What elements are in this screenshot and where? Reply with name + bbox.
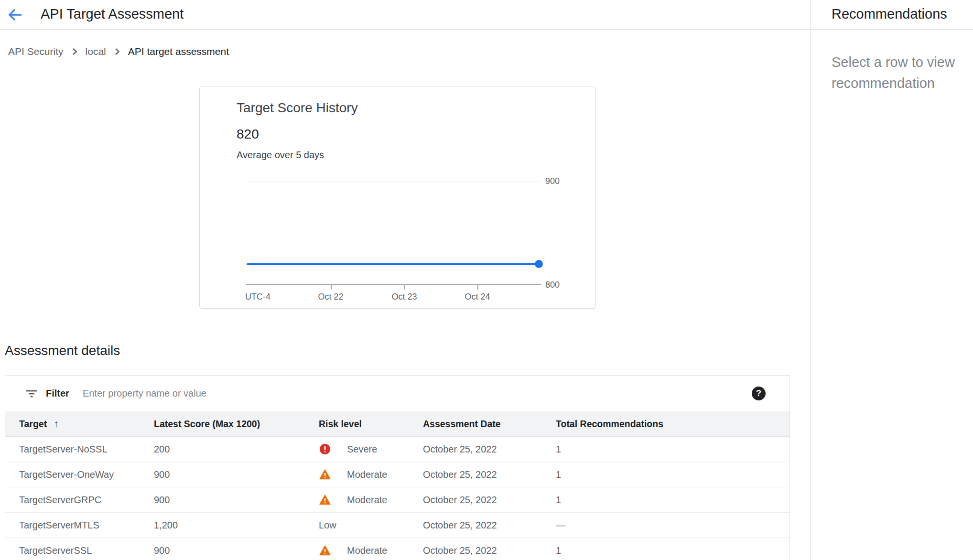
total-recommendations: 1 — [556, 495, 789, 506]
breadcrumb-api-security[interactable]: API Security — [8, 46, 64, 57]
y-axis-tick-800: 800 — [545, 280, 560, 290]
score-line-series — [247, 263, 539, 265]
total-recommendations: 1 — [556, 469, 789, 480]
right-panel-divider — [810, 0, 811, 560]
latest-score: 900 — [154, 495, 319, 506]
risk-level-cell: Moderate — [319, 469, 423, 480]
target-name: TargetServerMTLS — [19, 520, 154, 531]
risk-level-cell: Moderate — [319, 545, 423, 556]
total-recommendations: 1 — [556, 444, 789, 455]
total-recommendations: — — [556, 520, 789, 531]
breadcrumb: API Security local API target assessment — [8, 44, 229, 59]
target-name: TargetServerGRPC — [19, 495, 154, 506]
gridline-900 — [247, 182, 541, 182]
target-name: TargetServerSSL — [19, 545, 154, 556]
api-target-assessment-page: API Target Assessment Recommendations Se… — [0, 0, 973, 560]
target-name: TargetServer-NoSSL — [19, 444, 154, 455]
severe-error-icon — [319, 443, 331, 455]
column-header-target[interactable]: Target ↑ — [19, 418, 154, 430]
moderate-warning-icon — [319, 469, 331, 480]
risk-level-cell: Low — [319, 520, 423, 531]
filter-list-icon — [25, 387, 38, 400]
risk-level-cell: Moderate — [319, 494, 423, 506]
total-recommendations: 1 — [556, 545, 789, 556]
assessment-details-heading: Assessment details — [5, 343, 120, 358]
risk-level-cell: Severe — [319, 443, 423, 455]
x-axis-label-oct23: Oct 23 — [385, 292, 423, 302]
x-axis-label-oct22: Oct 22 — [312, 292, 350, 302]
latest-score: 1,200 — [154, 520, 319, 531]
latest-score: 900 — [154, 469, 319, 480]
arrow-back-icon — [7, 6, 24, 23]
recommendations-empty-state: Select a row to view recommendation — [832, 52, 973, 94]
x-axis-tick — [404, 285, 405, 290]
x-axis-label-oct24: Oct 24 — [458, 292, 497, 302]
table-row[interactable]: TargetServerSSL 900 Moderate October 25,… — [5, 538, 789, 560]
target-score-history-card — [199, 86, 596, 309]
help-icon[interactable]: ? — [752, 387, 766, 400]
table-row[interactable]: TargetServerGRPC 900 Moderate October 25… — [5, 487, 789, 513]
assessment-date: October 25, 2022 — [423, 545, 556, 556]
recommendations-panel-title: Recommendations — [832, 0, 947, 28]
filter-label: Filter — [46, 388, 69, 399]
x-axis-tick — [331, 285, 332, 290]
latest-score: 900 — [154, 545, 319, 556]
x-axis-timezone-label: UTC-4 — [245, 292, 270, 302]
filter-toolbar: Filter ? — [5, 376, 789, 411]
breadcrumb-current-page: API target assessment — [128, 46, 229, 57]
column-header-risk-level[interactable]: Risk level — [319, 419, 423, 430]
latest-score: 200 — [154, 444, 319, 455]
risk-level-text: Moderate — [347, 495, 388, 506]
column-header-latest-score[interactable]: Latest Score (Max 1200) — [154, 419, 319, 430]
back-button[interactable] — [6, 5, 25, 24]
chart-average-value: 820 — [237, 127, 259, 142]
column-header-assessment-date[interactable]: Assessment Date — [423, 419, 556, 430]
table-header-row: Target ↑ Latest Score (Max 1200) Risk le… — [5, 411, 789, 437]
assessment-date: October 25, 2022 — [423, 469, 556, 480]
assessment-date: October 25, 2022 — [423, 444, 556, 455]
risk-level-text: Moderate — [347, 469, 388, 480]
table-row[interactable]: TargetServer-NoSSL 200 Severe October 25… — [5, 437, 789, 462]
chevron-right-icon — [112, 47, 122, 56]
x-axis-baseline — [246, 284, 541, 285]
top-header-bar: API Target Assessment — [0, 0, 810, 30]
target-name: TargetServer-OneWay — [19, 469, 154, 480]
breadcrumb-local[interactable]: local — [86, 46, 106, 57]
score-endpoint-marker — [535, 260, 543, 268]
chart-average-caption: Average over 5 days — [237, 150, 324, 161]
x-axis-tick — [477, 285, 478, 290]
assessment-date: October 25, 2022 — [423, 495, 556, 506]
moderate-warning-icon — [319, 545, 331, 556]
y-axis-tick-900: 900 — [545, 176, 560, 186]
chevron-right-icon — [70, 47, 79, 56]
assessment-table-region: Filter ? Target ↑ Latest Score (Max 1200… — [5, 375, 790, 560]
filter-input[interactable] — [82, 388, 514, 399]
risk-level-text: Low — [319, 520, 336, 531]
sort-ascending-icon: ↑ — [54, 418, 59, 430]
page-title: API Target Assessment — [41, 0, 184, 28]
table-row[interactable]: TargetServer-OneWay 900 Moderate October… — [5, 462, 789, 487]
moderate-warning-icon — [319, 494, 331, 506]
assessment-date: October 25, 2022 — [423, 520, 556, 531]
chart-title: Target Score History — [237, 100, 358, 116]
table-row[interactable]: TargetServerMTLS 1,200 Low October 25, 2… — [5, 513, 789, 538]
column-header-total-recommendations[interactable]: Total Recommendations — [556, 419, 789, 430]
risk-level-text: Moderate — [347, 545, 388, 556]
risk-level-text: Severe — [347, 444, 377, 455]
